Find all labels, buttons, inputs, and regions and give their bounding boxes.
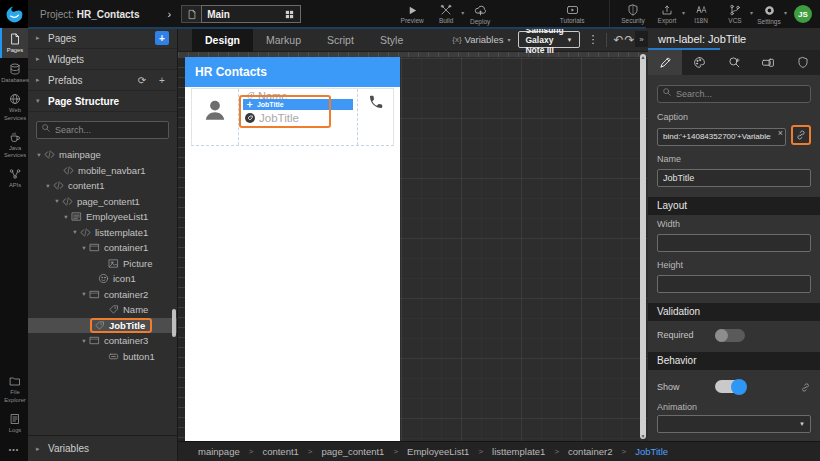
caption-input[interactable] [657, 128, 786, 146]
breadcrumb-jobtitle[interactable]: JobTitle [635, 446, 668, 457]
tree-item-page-content1[interactable]: ▾ page_content1 [28, 194, 177, 210]
build-button[interactable]: Build ▾ [429, 0, 463, 28]
show-bind-button[interactable] [800, 378, 811, 396]
rail-item-apis[interactable]: APIs [0, 163, 28, 193]
canvas-scrollbar[interactable]: ▲ ▼ [640, 54, 646, 439]
caret-down-icon[interactable]: ▾ [34, 151, 44, 159]
tree-item-label: mobile_navbar1 [78, 165, 146, 176]
user-avatar[interactable]: JS [794, 5, 812, 23]
variables-dropdown[interactable]: {x} Variables ▾ [452, 34, 510, 45]
rail-item-file-explorer[interactable]: File Explorer [0, 370, 28, 407]
page-selector[interactable]: Main [201, 5, 301, 23]
rail-item-logs[interactable]: Logs [0, 408, 28, 438]
grid-icon[interactable] [284, 9, 295, 20]
tree-item-content1[interactable]: ▾ content1 [28, 178, 177, 194]
tree-item-jobtitle-selected[interactable]: JobTitle [28, 318, 177, 334]
breadcrumb-listtemplate1[interactable]: listtemplate1 [492, 446, 545, 457]
picture-cell[interactable] [192, 89, 239, 145]
tab-script[interactable]: Script [314, 28, 367, 52]
labels-cell[interactable]: Name ✛ JobTitle JobTitle [239, 89, 357, 145]
preview-button[interactable]: Preview [395, 0, 429, 28]
breadcrumb-container2[interactable]: container2 [568, 446, 612, 457]
width-input[interactable] [657, 234, 811, 252]
rail-item-java-services[interactable]: Java Services [0, 126, 28, 163]
tab-device[interactable] [751, 50, 785, 75]
list-item-template[interactable]: Name ✛ JobTitle JobTitle [191, 88, 394, 146]
caret-down-icon[interactable]: ▾ [784, 9, 787, 16]
caret-down-icon[interactable]: ▾ [43, 182, 53, 190]
clear-icon[interactable]: × [778, 128, 783, 139]
name-input[interactable] [657, 169, 811, 187]
scroll-down-icon[interactable]: ▼ [641, 433, 646, 439]
section-widgets[interactable]: ▸ Widgets [28, 49, 177, 70]
deploy-button[interactable]: Deploy [463, 0, 497, 28]
rail-item-web-services[interactable]: Web Services [0, 88, 28, 125]
caret-down-icon[interactable]: ▾ [52, 197, 62, 205]
section-prefabs[interactable]: ▸ Prefabs ⟳ + [28, 70, 177, 91]
i18n-button[interactable]: I18N [684, 0, 718, 28]
redo-button[interactable]: ↷ [624, 31, 635, 49]
tab-styles[interactable] [682, 50, 716, 75]
rail-more-button[interactable]: ••• [0, 438, 28, 461]
selected-widget-drag-bar[interactable]: ✛ JobTitle [243, 99, 353, 110]
tree-item-employeelist1[interactable]: ▾ EmployeeList1 [28, 209, 177, 225]
tree-scrollbar[interactable] [172, 309, 176, 337]
caret-down-icon[interactable]: ▾ [61, 213, 71, 221]
tree-item-mainpage[interactable]: ▾ mainpage [28, 147, 177, 163]
collapse-right-panel-button[interactable]: » [635, 31, 648, 47]
add-page-button[interactable]: + [155, 31, 169, 45]
tree-search-input[interactable] [36, 121, 169, 139]
tab-markup[interactable]: Markup [253, 28, 314, 52]
section-page-structure[interactable]: ▾ Page Structure [28, 91, 177, 112]
tree-item-icon1[interactable]: icon1 [28, 271, 177, 287]
wavemaker-logo[interactable] [0, 0, 28, 28]
caption-bind-button[interactable] [791, 125, 811, 145]
tree-item-container2[interactable]: ▾ container2 [28, 287, 177, 303]
settings-button[interactable]: Settings ▾ [752, 0, 786, 28]
device-selector[interactable]: Samsung Galaxy Note III ▼ [518, 31, 579, 48]
tutorials-button[interactable]: Tutorials [555, 0, 589, 28]
breadcrumb-page-content1[interactable]: page_content1 [322, 446, 385, 457]
breadcrumb-employeelist1[interactable]: EmployeeList1 [407, 446, 469, 457]
export-button[interactable]: Export ▾ [650, 0, 684, 28]
breadcrumb-content1[interactable]: content1 [262, 446, 298, 457]
caret-down-icon[interactable]: ▾ [79, 337, 89, 345]
call-button-cell[interactable] [357, 89, 393, 145]
show-toggle[interactable] [715, 380, 745, 393]
add-prefab-button[interactable]: + [155, 73, 169, 87]
tree-item-listtemplate1[interactable]: ▾ listtemplate1 [28, 225, 177, 241]
undo-button[interactable]: ↶ [613, 31, 624, 49]
tree-item-name[interactable]: Name [28, 302, 177, 318]
design-canvas[interactable]: HR Contacts Name ✛ JobTitle [178, 52, 648, 441]
height-input[interactable] [657, 275, 811, 293]
caret-down-icon[interactable]: ▾ [79, 244, 89, 252]
tree-item-container3[interactable]: ▾ container3 [28, 333, 177, 349]
jobtitle-label-widget[interactable]: JobTitle [245, 112, 299, 124]
tab-design[interactable]: Design [192, 28, 253, 52]
rail-item-databases[interactable]: Databases [0, 58, 28, 88]
tree-item-button1[interactable]: button1 [28, 349, 177, 365]
caret-down-icon[interactable]: ▾ [79, 290, 89, 298]
animation-select[interactable]: ▼ [657, 415, 811, 433]
section-pages[interactable]: ▸ Pages + [28, 28, 177, 49]
tree-item-mobile-navbar1[interactable]: mobile_navbar1 [28, 163, 177, 179]
tab-advanced[interactable] [717, 50, 751, 75]
tab-security[interactable] [786, 50, 820, 75]
properties-search-input[interactable] [657, 85, 811, 103]
required-toggle[interactable] [715, 329, 745, 342]
tab-style[interactable]: Style [367, 28, 416, 52]
tree-item-container1[interactable]: ▾ container1 [28, 240, 177, 256]
tab-properties[interactable] [648, 50, 682, 75]
tree-item-picture[interactable]: Picture [28, 256, 177, 272]
refresh-prefabs-button[interactable]: ⟳ [135, 73, 149, 87]
vcs-button[interactable]: VCS ▾ [718, 0, 752, 28]
caret-down-icon[interactable]: ▾ [70, 228, 80, 236]
palette-icon [693, 56, 706, 69]
phone-preview[interactable]: HR Contacts Name ✛ JobTitle [185, 57, 400, 441]
scroll-up-icon[interactable]: ▲ [641, 54, 646, 60]
security-button[interactable]: Security [616, 0, 650, 28]
rail-item-pages[interactable]: Pages [0, 28, 28, 58]
more-options-button[interactable]: ⋮ [588, 34, 599, 45]
section-variables[interactable]: ▸ Variables [28, 435, 177, 461]
breadcrumb-mainpage[interactable]: mainpage [198, 446, 240, 457]
